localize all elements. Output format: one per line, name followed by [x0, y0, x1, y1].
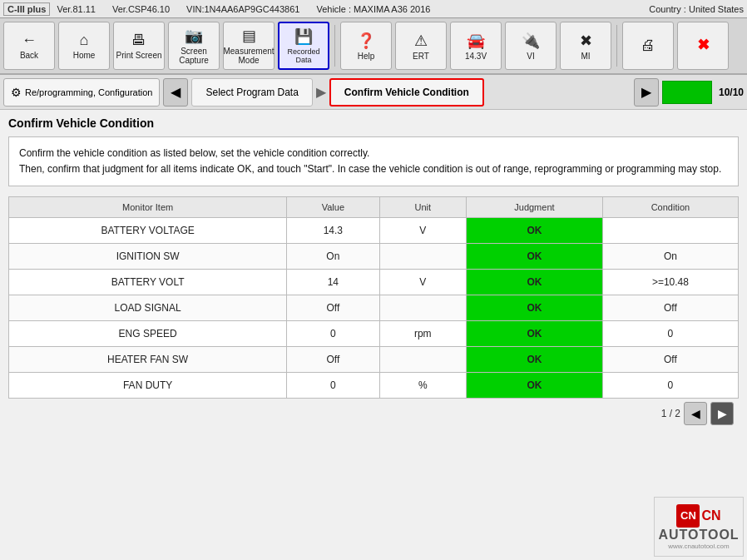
main-content: Confirm Vehicle Condition Confirm the ve… — [0, 110, 747, 560]
page-title: Confirm Vehicle Condition — [8, 116, 739, 130]
reprog-text: Re/programming, Configuration — [25, 87, 152, 97]
help-icon: ❓ — [357, 32, 375, 50]
print2-button[interactable]: 🖨 — [622, 22, 674, 70]
version1: Ver.81.11 — [57, 4, 96, 14]
cn-badge: CN — [676, 504, 700, 528]
table-row: BATTERY VOLT14VOK>=10.48 — [9, 270, 739, 295]
voltage-button[interactable]: 🚘 14.3V — [450, 22, 502, 70]
country-info: Country : United States — [649, 4, 744, 14]
recorded-data-button[interactable]: 💾 RecordedData — [278, 22, 329, 70]
mi-button[interactable]: ✖ MI — [560, 22, 611, 70]
voltage-label: 14.3V — [465, 52, 487, 61]
measurement-button[interactable]: ▤ Measurement Mode — [223, 22, 275, 70]
cell-unit — [379, 244, 467, 270]
next-page-button[interactable]: ▶ — [710, 402, 734, 425]
col-condition: Condition — [602, 197, 738, 218]
cell-condition — [602, 218, 738, 244]
sep1 — [334, 25, 335, 67]
cell-condition: 0 — [602, 373, 738, 399]
col-unit: Unit — [379, 197, 467, 218]
header-info: Ver.81.11 Ver.CSP46.10 VIN:1N4AA6AP9GC44… — [57, 4, 649, 14]
cell-condition: Off — [602, 347, 738, 373]
cell-value: 0 — [287, 373, 379, 399]
back-icon: ← — [22, 32, 37, 49]
page-indicator: 1 / 2 — [661, 408, 680, 419]
cell-monitor: IGNITION SW — [9, 244, 287, 270]
cell-monitor: BATTERY VOLTAGE — [9, 218, 287, 244]
cell-condition: >=10.48 — [602, 270, 738, 295]
cell-value: Off — [287, 347, 379, 373]
cell-monitor: LOAD SIGNAL — [9, 295, 287, 321]
cell-monitor: ENG SPEED — [9, 321, 287, 347]
prev-page-button[interactable]: ◀ — [684, 402, 707, 425]
back-label: Back — [20, 51, 38, 60]
cell-monitor: HEATER FAN SW — [9, 347, 287, 373]
printer-icon: 🖨 — [641, 37, 655, 54]
cell-monitor: BATTERY VOLT — [9, 270, 287, 295]
vi-icon: 🔌 — [522, 32, 540, 50]
app-logo: C-III plus — [3, 2, 50, 16]
screen-capture-button[interactable]: 📷 Screen Capture — [168, 22, 220, 70]
cell-value: 0 — [287, 321, 379, 347]
cell-condition: 0 — [602, 321, 738, 347]
screen-label: Screen Capture — [171, 47, 217, 65]
cell-value: On — [287, 244, 379, 270]
cell-unit: V — [379, 218, 467, 244]
home-button[interactable]: ⌂ Home — [58, 22, 110, 70]
vehicle-info: Vehicle : MAXIMA A36 2016 — [316, 4, 430, 14]
vi-button[interactable]: 🔌 VI — [505, 22, 557, 70]
mi-icon: ✖ — [580, 32, 592, 50]
step1-label: Select Program Data — [205, 87, 298, 98]
close-icon: ✖ — [697, 36, 710, 54]
table-row: BATTERY VOLTAGE14.3VOK — [9, 218, 739, 244]
cell-judgment: OK — [467, 218, 603, 244]
cell-judgment: OK — [467, 270, 603, 295]
table-header-row: Monitor Item Value Unit Judgment Conditi… — [9, 197, 739, 218]
close-button[interactable]: ✖ — [677, 22, 729, 70]
autotool-logo: CN CN AUTOTOOL www.cnautotool.com — [654, 497, 744, 557]
nav-forward-button[interactable]: ▶ — [634, 78, 659, 107]
condition-table: Monitor Item Value Unit Judgment Conditi… — [8, 196, 739, 399]
cell-value: Off — [287, 295, 379, 321]
col-value: Value — [287, 197, 379, 218]
cell-monitor: FAN DUTY — [9, 373, 287, 399]
back-button[interactable]: ← Back — [3, 22, 55, 70]
cell-unit: rpm — [379, 321, 467, 347]
table-row: HEATER FAN SWOffOKOff — [9, 347, 739, 373]
reprog-label: ⚙ Re/programming, Configuration — [3, 78, 160, 107]
step2-tab[interactable]: Confirm Vehicle Condition — [329, 78, 484, 107]
car-icon: 🚘 — [467, 32, 485, 50]
cell-judgment: OK — [467, 373, 603, 399]
vin: VIN:1N4AA6AP9GC443861 — [186, 4, 299, 14]
table-row: LOAD SIGNALOffOKOff — [9, 295, 739, 321]
version2: Ver.CSP46.10 — [112, 4, 170, 14]
nav-back-button[interactable]: ◀ — [163, 78, 188, 107]
measure-label: Measurement Mode — [223, 47, 274, 65]
cell-unit — [379, 347, 467, 373]
step2-label: Confirm Vehicle Condition — [344, 87, 469, 98]
ert-label: ERT — [413, 52, 429, 61]
warning-icon: ⚠ — [414, 32, 428, 50]
cell-unit: V — [379, 270, 467, 295]
table-row: ENG SPEED0rpmOK0 — [9, 321, 739, 347]
pagination-bar: 1 / 2 ◀ ▶ — [8, 399, 739, 429]
instruction-text: Confirm the vehicle condition as listed … — [19, 147, 721, 175]
page-count: 10/10 — [719, 87, 744, 98]
vi-label: VI — [527, 52, 534, 61]
home-label: Home — [73, 51, 96, 60]
col-monitor: Monitor Item — [9, 197, 287, 218]
step-arrow: ▶ — [316, 84, 326, 100]
cell-unit — [379, 295, 467, 321]
home-icon: ⌂ — [80, 32, 89, 49]
cell-condition: Off — [602, 295, 738, 321]
table-row: FAN DUTY0%OK0 — [9, 373, 739, 399]
print-button[interactable]: 🖶 Print Screen — [113, 22, 165, 70]
help-button[interactable]: ❓ Help — [340, 22, 392, 70]
ert-button[interactable]: ⚠ ERT — [395, 22, 447, 70]
step1-tab[interactable]: Select Program Data — [191, 78, 312, 107]
autotool-name: AUTOTOOL — [658, 528, 739, 543]
cell-judgment: OK — [467, 347, 603, 373]
toolbar: ← Back ⌂ Home 🖶 Print Screen 📷 Screen Ca… — [0, 18, 747, 75]
cell-judgment: OK — [467, 244, 603, 270]
print-label: Print Screen — [116, 51, 161, 60]
